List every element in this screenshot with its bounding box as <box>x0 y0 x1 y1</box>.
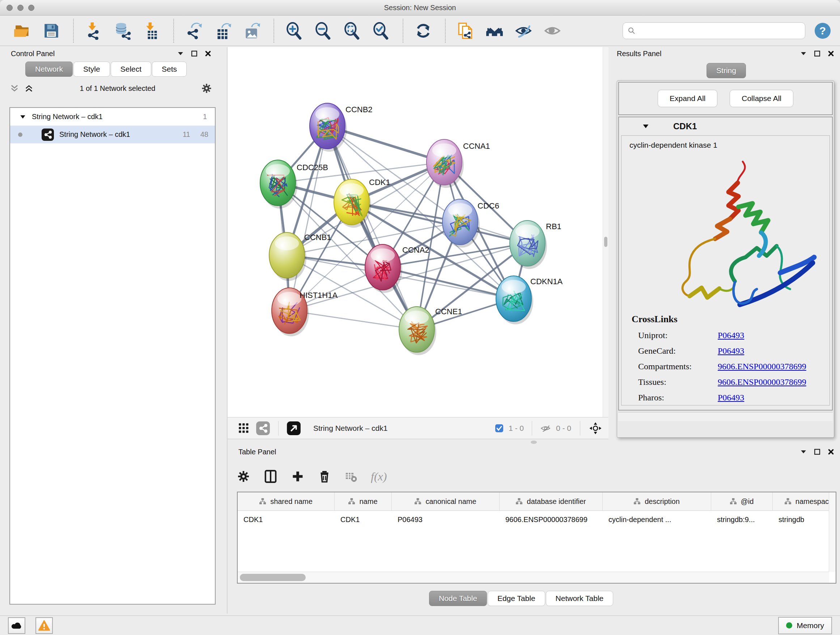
panel-menu-icon[interactable] <box>799 50 807 57</box>
column-header-shared-name[interactable]: shared name <box>238 492 335 510</box>
collapse-all-icon[interactable] <box>9 83 19 93</box>
network-graph[interactable]: CCNB2CCNA1CDC25BCDK1CDC6RB1CCNB1CCNA2CDK… <box>227 47 603 417</box>
crosslink-link[interactable]: P06493 <box>718 331 744 340</box>
tree-expand-icon[interactable] <box>19 114 26 120</box>
import-table-file-button[interactable] <box>141 21 162 41</box>
graph-edge-CCNA2-CDKN1A[interactable] <box>383 267 514 299</box>
gear-icon[interactable] <box>201 83 212 94</box>
splitter-handle[interactable] <box>531 440 537 444</box>
show-columns-icon[interactable] <box>264 470 278 483</box>
zoom-out-button[interactable] <box>313 21 333 41</box>
section-collapse-icon[interactable] <box>642 123 649 130</box>
crosslink-link[interactable]: 9606.ENSP00000378699 <box>718 377 806 387</box>
add-column-icon[interactable] <box>291 470 304 483</box>
splitter-right[interactable] <box>608 47 613 439</box>
cell-namespace[interactable]: stringdb <box>773 511 836 528</box>
warnings-button[interactable] <box>35 617 53 634</box>
cell-shared-name[interactable]: CDK1 <box>238 511 335 528</box>
table-settings-gear-icon[interactable] <box>237 470 250 483</box>
graph-node-CDK1[interactable] <box>334 179 371 228</box>
graph-edge-CDK1-RB1[interactable] <box>352 202 527 243</box>
selected-checkbox-icon[interactable] <box>495 424 504 432</box>
tab-select[interactable]: Select <box>111 62 151 77</box>
tab-string[interactable]: String <box>706 63 746 78</box>
show-all-button[interactable] <box>542 21 562 41</box>
export-network-button[interactable] <box>184 21 204 41</box>
hidden-eye-icon[interactable] <box>540 423 551 434</box>
canvas-splitter-strip[interactable] <box>603 47 609 417</box>
open-in-new-window-icon[interactable] <box>286 421 301 435</box>
tab-style[interactable]: Style <box>73 62 110 77</box>
memory-button[interactable]: Memory <box>778 617 832 634</box>
cell--id[interactable]: stringdb:9... <box>711 511 773 528</box>
cloud-status-button[interactable] <box>8 617 25 634</box>
table-vertical-scrollbar[interactable] <box>829 492 836 572</box>
splitter-left[interactable] <box>216 47 227 614</box>
export-table-button[interactable] <box>213 21 233 41</box>
cell-canonical-name[interactable]: P06493 <box>392 511 500 528</box>
copy-style-button[interactable] <box>455 21 476 41</box>
column-header-canonical-name[interactable]: canonical name <box>392 492 500 510</box>
graph-node-CCNB1[interactable] <box>269 233 306 281</box>
fit-crosshair-icon[interactable] <box>589 422 602 435</box>
splitter-handle[interactable] <box>604 237 607 247</box>
table-row[interactable]: CDK1CDK1P064939606.ENSP00000378699cyclin… <box>238 511 836 528</box>
import-network-database-button[interactable] <box>112 21 133 41</box>
panel-float-icon[interactable] <box>813 50 821 57</box>
collapse-all-button[interactable]: Collapse All <box>729 90 793 107</box>
cell-name[interactable]: CDK1 <box>335 511 392 528</box>
network-view-canvas[interactable]: CCNB2CCNA1CDC25BCDK1CDC6RB1CCNB1CCNA2CDK… <box>227 47 603 417</box>
graph-node-CCNB2[interactable] <box>309 103 347 152</box>
graph-node-CCNE1[interactable] <box>399 307 436 355</box>
crosslink-link[interactable]: 9606.ENSP00000378699 <box>718 362 806 371</box>
graph-node-CCNA2[interactable] <box>365 244 402 293</box>
gene-section-header[interactable]: CDK1 <box>619 117 832 135</box>
search-input[interactable] <box>636 26 805 35</box>
delete-column-icon[interactable] <box>318 470 331 483</box>
first-neighbors-button[interactable] <box>485 21 505 41</box>
hide-selected-button[interactable] <box>513 21 534 41</box>
zoom-in-button[interactable] <box>284 21 304 41</box>
zoom-selected-button[interactable] <box>371 21 391 41</box>
expand-all-icon[interactable] <box>24 83 34 93</box>
export-image-button[interactable] <box>242 21 262 41</box>
crosslink-link[interactable]: P06493 <box>718 393 744 402</box>
cell-database-identifier[interactable]: 9606.ENSP00000378699 <box>500 511 603 528</box>
tab-edge-table[interactable]: Edge Table <box>488 591 545 606</box>
panel-close-icon[interactable] <box>204 50 212 57</box>
column-header--id[interactable]: @id <box>711 492 773 510</box>
column-header-namespace[interactable]: namespace <box>773 492 836 510</box>
string-view-icon[interactable] <box>256 421 270 435</box>
graph-node-CCNA1[interactable] <box>426 139 464 188</box>
graph-node-RB1[interactable] <box>510 220 547 269</box>
function-builder-button[interactable]: f(x) <box>371 470 387 483</box>
search-field[interactable] <box>622 22 805 39</box>
panel-menu-icon[interactable] <box>799 448 807 456</box>
column-header-name[interactable]: name <box>335 492 392 510</box>
cell-description[interactable]: cyclin-dependent ... <box>603 511 711 528</box>
refresh-button[interactable] <box>413 21 433 41</box>
panel-close-icon[interactable] <box>827 448 835 456</box>
zoom-fit-button[interactable] <box>342 21 362 41</box>
column-header-description[interactable]: description <box>603 492 711 510</box>
scrollbar-thumb[interactable] <box>240 574 306 581</box>
graph-edge-CCNB2-CCNE1[interactable] <box>327 126 417 329</box>
tab-sets[interactable]: Sets <box>152 62 187 77</box>
delete-table-icon[interactable] <box>345 470 357 483</box>
panel-menu-icon[interactable] <box>177 50 185 57</box>
graph-node-CDKN1A[interactable] <box>496 276 533 325</box>
panel-close-icon[interactable] <box>827 50 835 57</box>
help-button[interactable]: ? <box>815 23 831 39</box>
tab-node-table[interactable]: Node Table <box>429 591 487 606</box>
network-collection-row[interactable]: String Network – cdk1 1 <box>10 108 215 126</box>
column-header-database-identifier[interactable]: database identifier <box>500 492 603 510</box>
open-session-button[interactable] <box>12 21 33 41</box>
tab-network[interactable]: Network <box>25 62 73 77</box>
splitter-horizontal[interactable] <box>227 439 840 445</box>
birds-eye-grid-icon[interactable] <box>238 423 249 434</box>
panel-float-icon[interactable] <box>813 448 821 456</box>
results-scroll-strip[interactable] <box>618 412 833 421</box>
save-session-button[interactable] <box>41 21 62 41</box>
expand-all-button[interactable]: Expand All <box>658 90 717 107</box>
crosslink-link[interactable]: P06493 <box>718 346 744 356</box>
